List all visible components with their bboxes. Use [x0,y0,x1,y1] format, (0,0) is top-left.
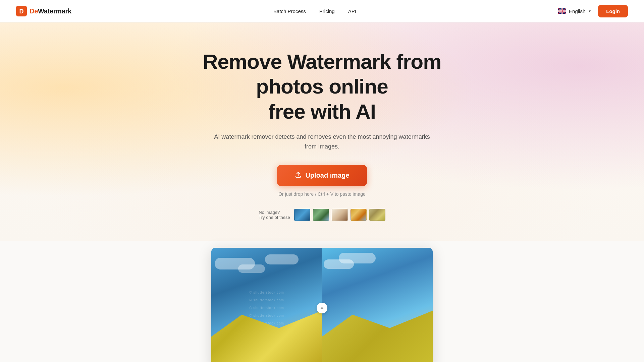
upload-svg-icon [294,171,302,178]
header-right: English ▼ Login [558,5,628,17]
sample-thumb-3[interactable] [332,209,348,221]
login-button[interactable]: Login [598,5,628,17]
nav-api[interactable]: API [348,8,356,14]
main-nav: Batch Process Pricing API [273,8,356,14]
comparison-after [322,248,433,362]
sample-thumb-1[interactable] [294,209,310,221]
dune-right [322,301,433,362]
comparison-before: © shutterstock.com © shutterstock.com © … [211,248,322,362]
sample-thumb-5[interactable] [369,209,385,221]
watermark-text-1: © shutterstock.com [249,291,284,294]
upload-button-label: Upload image [305,172,349,179]
watermark-text-4: © shutterstock.com [249,314,284,317]
sample-thumbnails [294,209,385,221]
language-label: English [569,8,585,14]
header: D DeWatermark Batch Process Pricing API … [0,0,644,22]
sample-thumb-2[interactable] [313,209,329,221]
watermark-text-2: © shutterstock.com [249,298,284,302]
nav-pricing[interactable]: Pricing [319,8,335,14]
svg-text:D: D [19,8,24,15]
sample-thumb-4[interactable] [351,209,367,221]
comparison-divider: ⇔ [322,248,322,362]
logo-text: DeWatermark [30,7,71,15]
logo-icon: D [16,6,27,16]
language-selector[interactable]: English ▼ [558,8,591,14]
nav-batch-process[interactable]: Batch Process [273,8,306,14]
upload-image-button[interactable]: Upload image [277,165,367,186]
sample-images-row: No image? Try one of these [259,209,385,221]
watermark-text-3: © shutterstock.com [249,306,284,310]
cloud-right-2 [339,253,376,263]
upload-icon [294,171,302,180]
hero-content: Remove Watermark from photos online free… [0,49,644,221]
no-image-label: No image? [259,210,290,215]
comparison-image-wrapper: © shutterstock.com © shutterstock.com © … [211,248,433,362]
logo[interactable]: D DeWatermark [16,6,71,16]
comparison-handle[interactable]: ⇔ [317,303,327,313]
comparison-section: © shutterstock.com © shutterstock.com © … [0,241,644,362]
uk-flag-icon [558,8,566,14]
drop-hint-text: Or just drop here / Ctrl + V to paste im… [278,191,366,197]
hero-title: Remove Watermark from photos online free… [171,49,473,124]
sample-label: No image? Try one of these [259,210,290,220]
chevron-down-icon: ▼ [588,9,591,13]
hero-subtitle: AI watermark remover detects and removes… [208,132,436,152]
try-label: Try one of these [259,215,290,220]
hero-section: Remove Watermark from photos online free… [0,22,644,241]
